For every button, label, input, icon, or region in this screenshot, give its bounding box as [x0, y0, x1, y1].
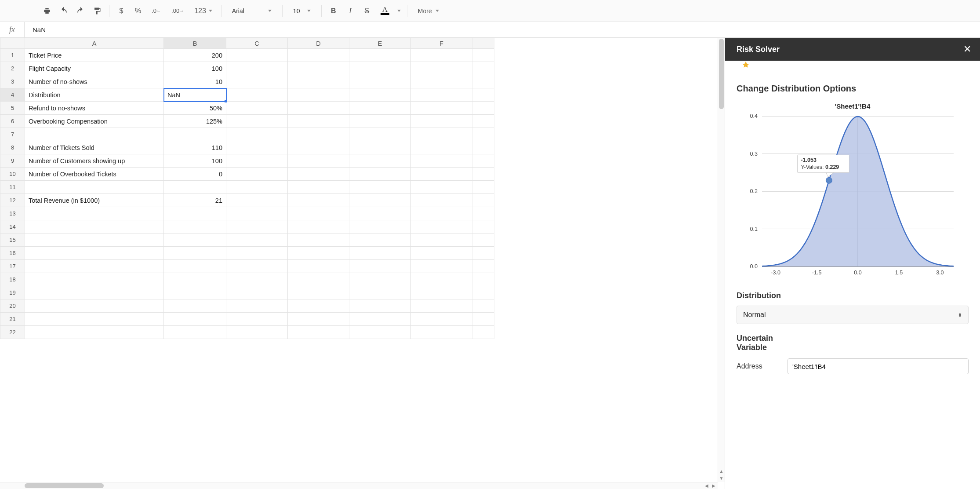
- row-header-18[interactable]: 18: [0, 273, 25, 286]
- cell-F19[interactable]: [411, 286, 472, 299]
- cell-A18[interactable]: [25, 273, 164, 286]
- cell-A12[interactable]: Total Revenue (in $1000): [25, 194, 164, 207]
- cell-E19[interactable]: [349, 286, 411, 299]
- row-header-2[interactable]: 2: [0, 62, 25, 75]
- row-header-6[interactable]: 6: [0, 115, 25, 128]
- scroll-right-icon[interactable]: ▶: [711, 482, 717, 489]
- cell-D22[interactable]: [288, 326, 349, 339]
- cell-B12[interactable]: 21: [164, 194, 226, 207]
- cell-B1[interactable]: 200: [164, 49, 226, 62]
- cell-F5[interactable]: [411, 102, 472, 115]
- paint-format-icon[interactable]: [91, 5, 103, 17]
- cell-A21[interactable]: [25, 313, 164, 326]
- decrease-decimal-button[interactable]: .0←: [149, 5, 163, 17]
- formula-input[interactable]: [25, 22, 980, 37]
- cell-D16[interactable]: [288, 247, 349, 260]
- undo-icon[interactable]: [58, 5, 69, 17]
- cell-F20[interactable]: [411, 299, 472, 313]
- cell-C2[interactable]: [226, 62, 288, 75]
- cell-E2[interactable]: [349, 62, 411, 75]
- cell-E1[interactable]: [349, 49, 411, 62]
- cell-C14[interactable]: [226, 220, 288, 234]
- cell-E10[interactable]: [349, 168, 411, 181]
- cell-C11[interactable]: [226, 181, 288, 194]
- row-header-19[interactable]: 19: [0, 286, 25, 299]
- row-header-15[interactable]: 15: [0, 234, 25, 247]
- vertical-scrollbar[interactable]: ▲ ▼: [718, 38, 725, 482]
- cell-E16[interactable]: [349, 247, 411, 260]
- cell-E22[interactable]: [349, 326, 411, 339]
- strikethrough-button[interactable]: S: [361, 5, 373, 17]
- cell-F7[interactable]: [411, 128, 472, 141]
- cell-A3[interactable]: Number of no-shows: [25, 75, 164, 88]
- cell-E20[interactable]: [349, 299, 411, 313]
- cell-D8[interactable]: [288, 141, 349, 154]
- cell-C21[interactable]: [226, 313, 288, 326]
- scroll-down-icon[interactable]: ▼: [718, 475, 725, 481]
- cell-C5[interactable]: [226, 102, 288, 115]
- scroll-up-icon[interactable]: ▲: [718, 468, 725, 474]
- cell-E5[interactable]: [349, 102, 411, 115]
- cell-D2[interactable]: [288, 62, 349, 75]
- cell-C13[interactable]: [226, 207, 288, 220]
- cell-E18[interactable]: [349, 273, 411, 286]
- row-header-20[interactable]: 20: [0, 299, 25, 313]
- cell-C7[interactable]: [226, 128, 288, 141]
- cell-E14[interactable]: [349, 220, 411, 234]
- cell-F18[interactable]: [411, 273, 472, 286]
- print-icon[interactable]: [41, 5, 53, 17]
- cell-D20[interactable]: [288, 299, 349, 313]
- cell-F6[interactable]: [411, 115, 472, 128]
- cell-C20[interactable]: [226, 299, 288, 313]
- cell-C15[interactable]: [226, 234, 288, 247]
- address-input[interactable]: [788, 358, 969, 374]
- cell-F12[interactable]: [411, 194, 472, 207]
- cell-C8[interactable]: [226, 141, 288, 154]
- cell-B19[interactable]: [164, 286, 226, 299]
- cell-A14[interactable]: [25, 220, 164, 234]
- cell-F14[interactable]: [411, 220, 472, 234]
- row-header-7[interactable]: 7: [0, 128, 25, 141]
- cell-D9[interactable]: [288, 154, 349, 168]
- column-header-D[interactable]: D: [288, 38, 349, 49]
- scrollbar-thumb[interactable]: [719, 39, 724, 109]
- cell-C19[interactable]: [226, 286, 288, 299]
- row-header-11[interactable]: 11: [0, 181, 25, 194]
- cell-B22[interactable]: [164, 326, 226, 339]
- cell-B7[interactable]: [164, 128, 226, 141]
- font-size-select[interactable]: 10: [289, 5, 315, 17]
- cell-C6[interactable]: [226, 115, 288, 128]
- cell-E3[interactable]: [349, 75, 411, 88]
- more-button[interactable]: More: [414, 7, 443, 15]
- cell-D14[interactable]: [288, 220, 349, 234]
- cell-A19[interactable]: [25, 286, 164, 299]
- spreadsheet-grid[interactable]: ABCDEF 1Ticket Price2002Flight Capacity1…: [0, 38, 494, 339]
- cell-D1[interactable]: [288, 49, 349, 62]
- cell-A5[interactable]: Refund to no-shows: [25, 102, 164, 115]
- cell-F22[interactable]: [411, 326, 472, 339]
- cell-A1[interactable]: Ticket Price: [25, 49, 164, 62]
- cell-E17[interactable]: [349, 260, 411, 273]
- cell-D12[interactable]: [288, 194, 349, 207]
- select-all-corner[interactable]: [0, 38, 25, 49]
- cell-A8[interactable]: Number of Tickets Sold: [25, 141, 164, 154]
- cell-D17[interactable]: [288, 260, 349, 273]
- cell-F15[interactable]: [411, 234, 472, 247]
- cell-D11[interactable]: [288, 181, 349, 194]
- cell-D7[interactable]: [288, 128, 349, 141]
- cell-B2[interactable]: 100: [164, 62, 226, 75]
- cell-B14[interactable]: [164, 220, 226, 234]
- cell-D4[interactable]: [288, 88, 349, 102]
- row-header-13[interactable]: 13: [0, 207, 25, 220]
- row-header-17[interactable]: 17: [0, 260, 25, 273]
- cell-E4[interactable]: [349, 88, 411, 102]
- cell-D21[interactable]: [288, 313, 349, 326]
- row-header-8[interactable]: 8: [0, 141, 25, 154]
- cell-E11[interactable]: [349, 181, 411, 194]
- cell-B18[interactable]: [164, 273, 226, 286]
- distribution-select[interactable]: Normal ▲▼: [737, 306, 969, 324]
- column-header-A[interactable]: A: [25, 38, 164, 49]
- cell-C12[interactable]: [226, 194, 288, 207]
- row-header-12[interactable]: 12: [0, 194, 25, 207]
- cell-B16[interactable]: [164, 247, 226, 260]
